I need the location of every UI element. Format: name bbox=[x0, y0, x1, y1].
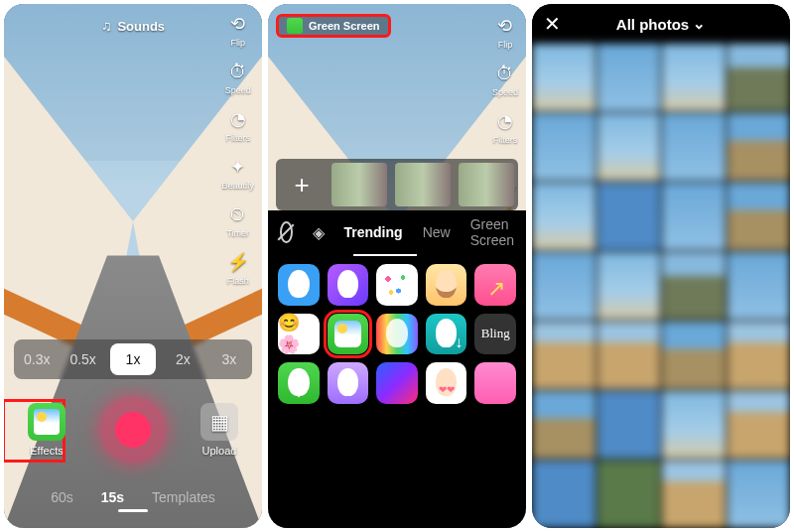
capture-row: Effects ▦ Upload bbox=[4, 391, 262, 468]
speed-3x[interactable]: 3x bbox=[206, 339, 252, 379]
speed-0.5x[interactable]: 0.5x bbox=[60, 339, 105, 379]
photo-thumb[interactable] bbox=[728, 391, 791, 459]
effect-bling[interactable]: Bling bbox=[474, 314, 516, 355]
flash-icon: ⚡ bbox=[226, 250, 250, 274]
sounds-button[interactable]: ♫ Sounds bbox=[101, 18, 165, 34]
photo-thumb[interactable] bbox=[662, 322, 726, 389]
photo-thumb[interactable] bbox=[662, 252, 726, 320]
record-button[interactable] bbox=[100, 397, 166, 463]
effect-cheeks-hearts[interactable] bbox=[426, 362, 467, 404]
photo-thumb[interactable] bbox=[728, 113, 791, 181]
effects-label: Effects bbox=[30, 445, 63, 457]
tool-beautify[interactable]: ✦Beautify bbox=[221, 155, 254, 191]
upload-label: Upload bbox=[202, 445, 237, 457]
panel-gallery: ✕ All photos ⌄ bbox=[532, 4, 790, 528]
speed-2x[interactable]: 2x bbox=[160, 339, 205, 379]
mode-templates[interactable]: Templates bbox=[152, 489, 215, 505]
panel-camera: ♫ Sounds ⟲Flip ⏱Speed ◔Filters ✦Beautify… bbox=[4, 4, 262, 528]
chevron-down-icon: ⌄ bbox=[693, 15, 706, 33]
tool-filters[interactable]: ◔Filters bbox=[221, 107, 254, 143]
effects-tabs-row: ◈ Trending New Green Screen bbox=[268, 210, 526, 254]
photo-thumb[interactable] bbox=[728, 252, 791, 320]
effect-confetti[interactable] bbox=[376, 264, 418, 306]
speed-1x[interactable]: 1x bbox=[110, 343, 156, 375]
tool-speed[interactable]: ⏱Speed bbox=[221, 60, 254, 95]
speed-icon: ⏱ bbox=[493, 62, 517, 85]
gallery-title-dropdown[interactable]: All photos ⌄ bbox=[616, 15, 706, 33]
effect-purple-silhouette[interactable] bbox=[328, 264, 369, 306]
mode-60s[interactable]: 60s bbox=[51, 489, 73, 505]
effect-lavender-silhouette[interactable] bbox=[328, 362, 369, 404]
effects-icon bbox=[28, 403, 66, 441]
tool-flash[interactable]: ⚡Flash bbox=[221, 250, 254, 286]
speed-0.3x[interactable]: 0.3x bbox=[14, 339, 60, 379]
gallery-header: ✕ All photos ⌄ bbox=[532, 4, 790, 44]
photo-thumb[interactable] bbox=[728, 322, 791, 389]
filters-icon: ◔ bbox=[493, 109, 517, 133]
photo-thumb[interactable] bbox=[662, 44, 726, 111]
timer-icon: ⏲ bbox=[226, 202, 250, 226]
side-tools: ⟲Flip ⏱Speed ◔Filters ✦Beautify ⏲Timer ⚡… bbox=[221, 12, 254, 286]
background-carousel: + bbox=[276, 159, 518, 210]
photo-thumb[interactable] bbox=[597, 113, 661, 181]
photo-thumb[interactable] bbox=[662, 113, 726, 181]
tab-greenscreen[interactable]: Green Screen bbox=[470, 216, 514, 248]
gallery-title-label: All photos bbox=[616, 16, 689, 33]
tool-timer[interactable]: ⏲Timer bbox=[221, 202, 254, 238]
photo-thumb[interactable] bbox=[662, 391, 726, 459]
add-background-button[interactable]: + bbox=[280, 163, 324, 206]
photo-thumb[interactable] bbox=[532, 113, 596, 181]
effect-green-screen[interactable] bbox=[328, 314, 369, 355]
effect-face-warm[interactable] bbox=[426, 264, 467, 306]
beautify-icon: ✦ bbox=[226, 155, 250, 179]
mode-row: 60s 15s Templates bbox=[4, 480, 262, 514]
tab-trending[interactable]: Trending bbox=[344, 224, 403, 240]
bg-thumb[interactable] bbox=[331, 163, 387, 206]
photo-thumb[interactable] bbox=[597, 391, 661, 459]
save-effect-button[interactable]: ◈ bbox=[313, 221, 325, 243]
photo-thumb[interactable] bbox=[532, 391, 596, 459]
effect-abstract-blue[interactable] bbox=[376, 362, 418, 404]
effects-panel: ◈ Trending New Green Screen Bling bbox=[268, 210, 526, 528]
speed-selector: 0.3x 0.5x 1x 2x 3x bbox=[14, 339, 252, 379]
bg-thumb[interactable] bbox=[459, 163, 514, 206]
photo-thumb[interactable] bbox=[597, 252, 661, 320]
photo-thumb[interactable] bbox=[597, 183, 661, 250]
photo-thumb[interactable] bbox=[728, 44, 791, 111]
photo-thumb[interactable] bbox=[532, 44, 596, 111]
photo-thumb[interactable] bbox=[532, 252, 596, 320]
tool-flip[interactable]: ⟲Flip bbox=[492, 14, 518, 50]
no-effect-button[interactable] bbox=[280, 221, 293, 243]
upload-icon: ▦ bbox=[200, 403, 238, 441]
photo-grid[interactable] bbox=[532, 44, 790, 528]
photo-thumb[interactable] bbox=[597, 44, 661, 111]
close-button[interactable]: ✕ bbox=[544, 12, 561, 36]
active-effect-chip[interactable]: Green Screen bbox=[276, 14, 391, 38]
photo-thumb[interactable] bbox=[728, 183, 791, 250]
effects-button[interactable]: Effects bbox=[28, 403, 66, 457]
photo-thumb[interactable] bbox=[662, 183, 726, 250]
mode-15s[interactable]: 15s bbox=[101, 489, 124, 505]
upload-button[interactable]: ▦ Upload bbox=[200, 403, 238, 457]
photo-thumb[interactable] bbox=[662, 461, 726, 528]
photo-thumb[interactable] bbox=[597, 461, 661, 528]
photo-thumb[interactable] bbox=[597, 322, 661, 389]
effect-blue-silhouette[interactable] bbox=[278, 264, 320, 306]
tab-new[interactable]: New bbox=[423, 224, 451, 240]
tool-speed[interactable]: ⏱Speed bbox=[492, 62, 518, 97]
effect-rainbow-silhouette[interactable] bbox=[376, 314, 418, 355]
active-effect-label: Green Screen bbox=[309, 20, 380, 32]
music-note-icon: ♫ bbox=[101, 18, 112, 34]
effect-emoji-flower[interactable] bbox=[278, 314, 320, 355]
effect-teal-download[interactable] bbox=[426, 314, 467, 355]
photo-thumb[interactable] bbox=[532, 461, 596, 528]
effect-green-download[interactable] bbox=[278, 362, 320, 404]
photo-thumb[interactable] bbox=[728, 461, 791, 528]
effect-pink-blank[interactable] bbox=[474, 362, 516, 404]
effect-cupid-arrow[interactable] bbox=[474, 264, 516, 306]
tool-flip[interactable]: ⟲Flip bbox=[221, 12, 254, 48]
photo-thumb[interactable] bbox=[532, 322, 596, 389]
photo-thumb[interactable] bbox=[532, 183, 596, 250]
tool-filters[interactable]: ◔Filters bbox=[492, 109, 518, 145]
bg-thumb[interactable] bbox=[395, 163, 451, 206]
